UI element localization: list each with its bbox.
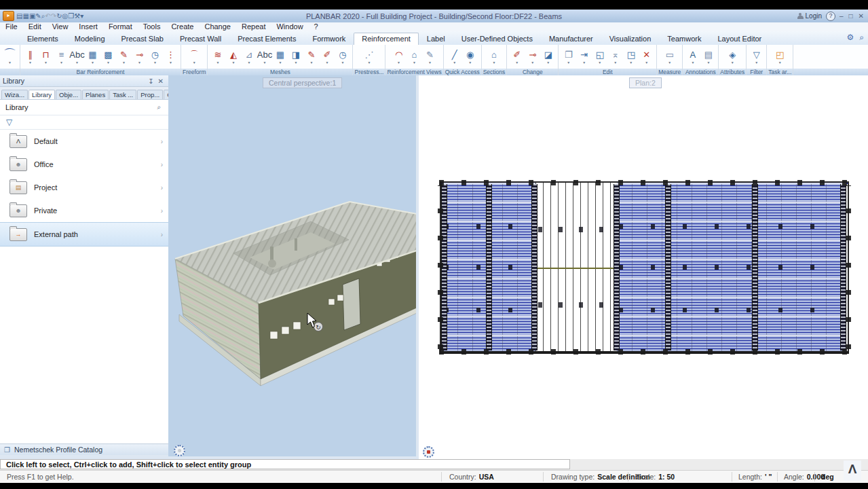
ribbon-tool[interactable]: ⇥▼ (577, 50, 591, 65)
ribbon-tool[interactable]: ▩▼ (101, 50, 115, 65)
library-item[interactable]: ☻ Office › (0, 153, 168, 176)
quick-access-icon[interactable]: ❐ (68, 12, 74, 20)
menu-item[interactable]: Repeat (236, 22, 271, 31)
viewport-nav-gadget[interactable] (423, 446, 434, 458)
menu-item[interactable]: Tools (138, 22, 166, 31)
ribbon-tab[interactable]: Elements (19, 33, 67, 45)
close-button[interactable]: ✕ (858, 12, 865, 20)
ribbon-tool[interactable]: ▦▼ (86, 50, 100, 65)
ribbon-tool[interactable]: ◭▼ (226, 50, 240, 65)
library-item[interactable]: Λ Default › (0, 130, 168, 153)
menu-item[interactable]: Format (103, 22, 138, 31)
ribbon-tool[interactable]: ⊿▼ (242, 50, 256, 65)
ribbon-tool[interactable]: ◱▼ (592, 50, 607, 65)
ribbon-tab[interactable]: Precast Slab (113, 33, 172, 45)
quick-access-icon[interactable]: ↻ (56, 12, 62, 20)
ribbon-tab[interactable]: Teamwork (659, 33, 709, 45)
ribbon-tool[interactable]: Abc▼ (70, 50, 84, 65)
ribbon-tool[interactable]: ╱▼ (447, 50, 461, 65)
close-panel-icon[interactable]: ✕ (156, 77, 166, 85)
search-icon[interactable]: ⌕ (155, 103, 163, 111)
minimize-button[interactable]: – (839, 12, 845, 20)
ribbon-tool[interactable]: ▭▼ (662, 50, 677, 65)
ribbon-tool[interactable]: ▽▼ (749, 50, 763, 65)
ribbon-tool[interactable]: ⌂▼ (487, 50, 501, 65)
ribbon-corner-icon[interactable]: ⚙ (847, 33, 854, 42)
ribbon-tool[interactable]: ◠▼ (392, 50, 406, 65)
ribbon-tool[interactable]: ▦▼ (273, 50, 287, 65)
ribbon-tab[interactable]: Visualization (601, 33, 660, 45)
panel-tab[interactable]: Task ... (109, 90, 136, 99)
ribbon-tool[interactable]: ◷▼ (335, 50, 350, 65)
library-item[interactable]: ▤ Project › (0, 176, 168, 199)
quick-access-icon[interactable]: ⚒ (74, 12, 80, 20)
menu-item[interactable]: View (47, 22, 74, 31)
ribbon-tab[interactable]: Precast Elements (229, 33, 304, 45)
quick-access-icon[interactable]: ◎ (62, 12, 69, 20)
menu-item[interactable]: Create (166, 22, 199, 31)
quick-access-icon[interactable]: ▣ (29, 12, 35, 20)
panel-tab[interactable]: Prop... (137, 90, 163, 99)
ribbon-tab[interactable]: Formwork (304, 33, 354, 45)
ribbon-tool[interactable]: ⋰▼ (362, 50, 376, 65)
ribbon-tool[interactable]: ✎▼ (423, 50, 437, 65)
ribbon-tool[interactable]: ❐▼ (561, 50, 575, 65)
ribbon-tool[interactable]: ✕▼ (639, 50, 654, 65)
ribbon-corner-icon[interactable]: ⌕ (859, 33, 864, 42)
drawing-type-field[interactable]: Drawing type:Scale definition (551, 473, 650, 481)
ribbon-tab[interactable]: Reinforcement (354, 33, 419, 45)
ribbon-tool[interactable]: ⊸▼ (132, 50, 147, 65)
scale-field[interactable]: Scale:1: 50 (636, 473, 675, 481)
login-button[interactable]: Login (797, 12, 822, 20)
help-icon[interactable]: ? (826, 12, 835, 21)
panel-tab[interactable]: Obje... (56, 90, 81, 99)
profile-catalog-bar[interactable]: ❐ Nemetschek Profile Catalog (0, 443, 168, 455)
app-menu-button[interactable]: ▸ (3, 11, 14, 21)
ribbon-tab[interactable]: Precast Wall (172, 33, 229, 45)
menu-item[interactable]: File (0, 22, 23, 31)
ribbon-tool[interactable]: ✎▼ (304, 50, 318, 65)
quick-access-icon[interactable]: ✎ (35, 12, 41, 20)
ribbon-tool[interactable]: ⌅▼ (608, 50, 622, 65)
menu-item[interactable]: Change (199, 22, 236, 31)
ribbon-tab[interactable]: User-Defined Objects (453, 33, 541, 45)
library-item[interactable]: ☻ Private › (0, 199, 168, 222)
ribbon-tool[interactable]: ◨▼ (288, 50, 303, 65)
ribbon-tool[interactable]: Abc▼ (257, 50, 271, 65)
pin-icon[interactable]: ↧ (146, 77, 155, 85)
viewport-central-perspective[interactable]: Central perspective:1 (168, 75, 416, 456)
ribbon-tab[interactable]: Modeling (67, 33, 113, 45)
ribbon-tool[interactable]: ✐▼ (320, 50, 334, 65)
ribbon-tool[interactable]: ≋▼ (210, 50, 225, 65)
ribbon-tool[interactable]: ✐▼ (510, 50, 524, 65)
ribbon-tool[interactable]: ⊸▼ (525, 50, 540, 65)
ribbon-tool[interactable]: ◷▼ (148, 50, 162, 65)
ribbon-tool[interactable]: ◪▼ (541, 50, 555, 65)
panel-tab[interactable]: Wiza... (1, 90, 28, 99)
ribbon-tool[interactable]: ∥▼ (23, 50, 37, 65)
filter-icon[interactable]: ▽ (6, 117, 12, 127)
ribbon-tool[interactable]: ✎▼ (117, 50, 131, 65)
ribbon-tab[interactable]: Manufacturer (541, 33, 601, 45)
ribbon-tool[interactable]: ⌒▼ (3, 50, 17, 65)
ribbon-tool[interactable]: ◉▼ (463, 50, 477, 65)
viewport-plan[interactable]: Plan:2 (419, 75, 868, 459)
panel-tab[interactable]: Library (29, 90, 55, 99)
maximize-button[interactable]: □ (849, 12, 854, 20)
floor-plan-drawing[interactable] (440, 181, 849, 353)
quick-access-icon[interactable]: ↷ (51, 12, 56, 20)
building-3d-model[interactable]: ↻ (168, 75, 416, 456)
viewport-label[interactable]: Plan:2 (629, 77, 662, 88)
viewport-label[interactable]: Central perspective:1 (263, 77, 342, 88)
ribbon-tool[interactable]: ▤▼ (701, 50, 715, 65)
panel-tab[interactable]: Planes (82, 90, 109, 99)
ribbon-tool[interactable]: ⌒▼ (187, 50, 202, 65)
menu-item[interactable]: Edit (23, 22, 47, 31)
quick-access-icon[interactable]: ▾ (80, 12, 83, 20)
length-field[interactable]: Length:' " (738, 473, 772, 481)
quick-access-icon[interactable]: ▦ (22, 12, 29, 20)
ribbon-tool[interactable]: ⌂▼ (407, 50, 421, 65)
viewport-nav-gadget[interactable] (174, 445, 185, 456)
quick-access-icon[interactable]: ↶ (45, 12, 50, 20)
ribbon-tool[interactable]: ◳▼ (624, 50, 638, 65)
